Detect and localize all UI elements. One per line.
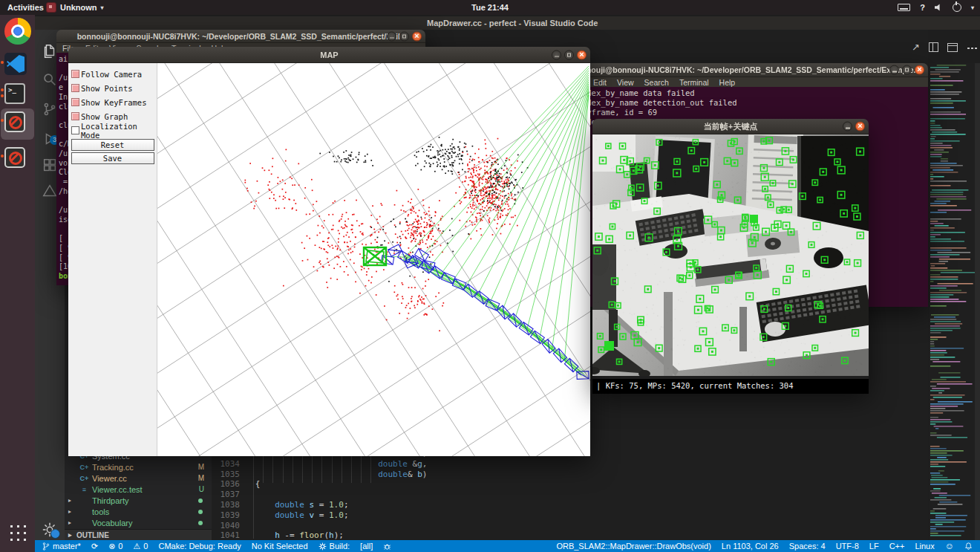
code-line[interactable]: 1034 double &g, xyxy=(212,459,598,470)
explorer-icon[interactable] xyxy=(42,43,58,59)
desktop: MapDrawer.cc - perfect - Visual Studio C… xyxy=(0,0,980,552)
terminal-build-titlebar[interactable]: bonnouji@bonnouji-NUC8i7HVK: ~/Developer… xyxy=(56,30,425,43)
status-item[interactable]: Spaces: 4 xyxy=(789,542,826,551)
git-status-badge: M xyxy=(198,463,204,471)
code-line[interactable]: 1040 xyxy=(212,521,598,531)
minimap[interactable] xyxy=(929,63,975,540)
code-line[interactable]: 1035 double& b) xyxy=(212,470,598,480)
volume-icon[interactable] xyxy=(935,4,943,12)
checkbox[interactable] xyxy=(71,70,79,78)
map-titlebar[interactable]: MAP xyxy=(68,47,590,63)
status-item[interactable]: master* xyxy=(42,542,81,551)
status-item[interactable]: ⟳ xyxy=(91,542,98,551)
file-tree-item[interactable]: ▸tools xyxy=(65,506,212,517)
file-tree-item[interactable]: C+Tracking.ccM xyxy=(65,461,212,473)
close-button[interactable] xyxy=(855,122,865,131)
folder-caret-icon: ▸ xyxy=(68,508,71,515)
checkbox[interactable] xyxy=(71,84,79,92)
close-button[interactable] xyxy=(412,31,422,41)
file-name: Vocabulary xyxy=(92,519,132,527)
status-item[interactable]: [all] xyxy=(360,542,373,551)
file-tree-item[interactable]: ≡Viewer.cc.testU xyxy=(65,484,212,495)
file-tree: C+System.ccC+Tracking.ccMC+Viewer.ccM≡Vi… xyxy=(65,450,212,528)
status-label: 0 xyxy=(143,542,148,551)
dock-item-blocked-app-2[interactable] xyxy=(4,147,30,173)
dock-item-blocked-app-1[interactable] xyxy=(4,111,30,137)
code-line[interactable]: 1036 { xyxy=(212,479,598,490)
vscode-window-title[interactable]: MapDrawer.cc - perfect - Visual Studio C… xyxy=(35,16,980,30)
blocked-app-icon xyxy=(4,147,25,168)
map-checkbox-show-keyframes[interactable]: Show KeyFrames xyxy=(68,95,157,109)
checkbox[interactable] xyxy=(71,98,79,106)
file-tree-item[interactable]: ▸Vocabulary xyxy=(65,517,212,528)
menu-item[interactable]: Edit xyxy=(593,78,607,87)
checkbox[interactable] xyxy=(71,126,79,134)
menu-item[interactable]: View xyxy=(617,78,634,87)
map-checkbox-follow-camera[interactable]: Follow Camera xyxy=(68,67,157,81)
close-button[interactable] xyxy=(915,65,924,75)
run-icon[interactable]: ↗ xyxy=(912,42,920,53)
minimize-button[interactable] xyxy=(387,31,396,41)
minimize-button[interactable] xyxy=(889,65,899,75)
status-item[interactable]: No Kit Selected xyxy=(252,542,308,551)
menu-item[interactable]: Terminal xyxy=(679,78,709,87)
code-line[interactable]: 1038 double s = 1.0; xyxy=(212,500,598,510)
map-3d-view[interactable] xyxy=(157,63,590,456)
checkbox[interactable] xyxy=(71,112,79,120)
maximize-button[interactable] xyxy=(399,31,409,41)
power-icon[interactable] xyxy=(953,3,961,12)
code-line[interactable]: 1037 xyxy=(212,490,598,500)
frame-titlebar[interactable]: 当前帧+关键点 xyxy=(592,119,869,134)
extensions-icon[interactable] xyxy=(42,158,58,174)
status-item[interactable] xyxy=(383,542,391,551)
status-item[interactable]: Ln 1103, Col 26 xyxy=(722,542,779,551)
git-status-badge: M xyxy=(198,474,204,482)
status-item[interactable] xyxy=(964,542,973,551)
show-applications-icon[interactable] xyxy=(8,523,27,542)
clock[interactable]: Tue 21:44 xyxy=(0,3,980,12)
frame-window[interactable]: 当前帧+关键点 | KFs: 75, MPs: 5420, current Ma… xyxy=(592,119,869,390)
status-item[interactable]: ☺ xyxy=(945,541,954,551)
outline-section[interactable]: OUTLINE xyxy=(65,529,212,540)
help-icon[interactable]: ? xyxy=(920,3,925,12)
dock-item-chrome[interactable] xyxy=(4,18,30,44)
minimize-button[interactable] xyxy=(552,50,561,59)
search-icon[interactable] xyxy=(42,71,58,88)
bug-icon xyxy=(383,542,391,551)
test-icon[interactable] xyxy=(42,183,58,199)
map-checkbox-localization-mode[interactable]: Localization Mode xyxy=(68,123,157,137)
layout-icon[interactable] xyxy=(947,43,958,52)
status-item[interactable]: ⚠0 xyxy=(133,542,148,551)
close-button[interactable] xyxy=(577,50,587,59)
code-line[interactable]: 1039 double v = 1.0; xyxy=(212,510,598,521)
status-item[interactable]: UTF-8 xyxy=(836,542,859,551)
editor-scrollbar[interactable] xyxy=(975,63,980,540)
dock-item-vscode[interactable] xyxy=(4,53,30,79)
map-button-save[interactable]: Save xyxy=(71,152,154,164)
dock-item-terminal[interactable]: >_ xyxy=(4,83,30,109)
source-control-icon[interactable] xyxy=(42,101,58,117)
keyboard-layout-icon[interactable] xyxy=(898,4,910,11)
code-editor[interactable]: 1033 double& r,1034 double &g,1035 doubl… xyxy=(212,449,598,541)
terminal-right-titlebar[interactable]: bonnouji@bonnouji-NUC8i7HVK: ~/Developer… xyxy=(564,63,928,77)
maximize-button[interactable] xyxy=(902,65,912,75)
split-editor-icon[interactable] xyxy=(929,42,938,52)
chevron-down-icon[interactable]: ▾ xyxy=(971,4,974,11)
maximize-button[interactable] xyxy=(564,50,574,59)
minimize-button[interactable] xyxy=(843,122,852,131)
status-item[interactable]: Linux xyxy=(915,542,934,551)
status-item[interactable]: ⊗0 xyxy=(108,542,122,551)
status-item[interactable]: ORB_SLAM2::MapDrawer::DrawObs(void) xyxy=(556,542,710,551)
status-item[interactable]: CMake: Debug: Ready xyxy=(158,542,241,551)
menu-item[interactable]: Help xyxy=(719,78,736,87)
menu-item[interactable]: Search xyxy=(644,78,669,87)
file-tree-item[interactable]: ▸Thirdparty xyxy=(65,495,212,506)
status-item[interactable]: LF xyxy=(869,542,879,551)
status-item[interactable]: Build: xyxy=(318,542,350,551)
status-item[interactable]: C++ xyxy=(889,542,905,551)
more-actions-icon[interactable] xyxy=(967,46,977,49)
map-checkbox-show-points[interactable]: Show Points xyxy=(68,81,157,95)
file-tree-item[interactable]: C+Viewer.ccM xyxy=(65,473,212,484)
map-window[interactable]: MAP Follow CameraShow PointsShow KeyFram… xyxy=(68,47,590,455)
map-button-reset[interactable]: Reset xyxy=(71,139,154,151)
